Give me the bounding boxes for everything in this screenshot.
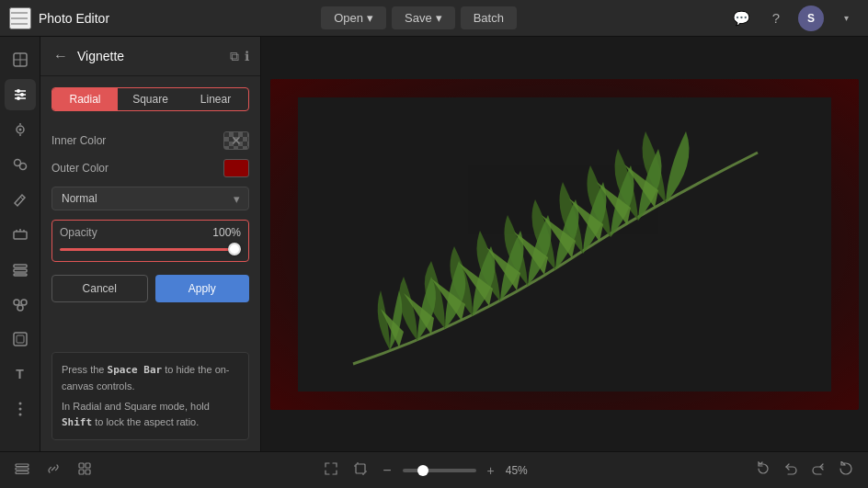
svg-point-14: [19, 164, 26, 170]
info-icon-button[interactable]: ℹ: [245, 49, 249, 64]
sidebar-item-adjust[interactable]: [5, 79, 36, 110]
svg-point-30: [18, 414, 21, 416]
zoom-out-button[interactable]: −: [379, 459, 394, 482]
zoom-percentage: 45%: [506, 464, 528, 477]
link-icon-button[interactable]: [42, 458, 64, 482]
layers-icon-button[interactable]: [11, 458, 33, 482]
tab-radial[interactable]: Radial: [52, 88, 118, 110]
zoom-thumb[interactable]: [417, 465, 428, 476]
app-title: Photo Editor: [39, 11, 109, 26]
opacity-label-row: Opacity 100%: [60, 226, 241, 239]
mode-tabs: Radial Square Linear: [51, 87, 249, 111]
inner-color-label: Inner Color: [51, 134, 106, 147]
outer-color-label: Outer Color: [51, 162, 108, 175]
canvas-area[interactable]: [261, 37, 868, 451]
copy-icon-button[interactable]: ⧉: [230, 49, 239, 64]
sidebar-item-misc[interactable]: [5, 393, 36, 425]
menu-line: [11, 12, 28, 14]
tooltip-box: Press the Space Bar to hide the on-canva…: [51, 352, 249, 440]
icon-sidebar: T: [0, 37, 40, 451]
shift-key: Shift: [62, 416, 92, 428]
save-button[interactable]: Save ▾: [392, 6, 455, 29]
outer-color-row: Outer Color: [51, 159, 249, 177]
opacity-label: Opacity: [60, 226, 97, 239]
tooltip-line2: In Radial and Square mode, hold Shift to…: [62, 399, 239, 430]
bottom-left-icons: [11, 458, 96, 482]
inner-color-swatch[interactable]: ✕: [223, 131, 249, 150]
sidebar-item-effects[interactable]: [5, 219, 36, 250]
tooltip-line1: Press the Space Bar to hide the on-canva…: [62, 362, 239, 393]
zoom-slider[interactable]: [403, 469, 476, 472]
reset-button[interactable]: [752, 458, 774, 482]
sidebar-item-frames[interactable]: [5, 323, 36, 355]
panel-header: ← Vignette ⧉ ℹ: [40, 37, 260, 76]
grid-icon-button[interactable]: [74, 458, 96, 482]
blend-mode-row: Normal Multiply Screen Overlay Darken Li…: [51, 187, 249, 210]
sidebar-item-view[interactable]: [5, 114, 36, 145]
panel-header-icons: ⧉ ℹ: [230, 49, 249, 64]
topbar-center: Open ▾ Save ▾ Batch: [117, 6, 721, 29]
menu-line: [11, 17, 28, 19]
svg-rect-37: [79, 470, 84, 474]
spacebar-key: Space Bar: [108, 364, 163, 376]
blend-mode-select-wrap: Normal Multiply Screen Overlay Darken Li…: [51, 187, 249, 210]
cancel-button[interactable]: Cancel: [51, 275, 148, 302]
canvas-image: [270, 79, 859, 410]
svg-rect-32: [16, 464, 29, 467]
svg-point-23: [14, 300, 19, 305]
blend-mode-select[interactable]: Normal Multiply Screen Overlay Darken Li…: [51, 187, 249, 210]
svg-point-7: [20, 93, 24, 96]
svg-point-24: [21, 300, 27, 305]
svg-rect-38: [86, 470, 90, 474]
fit-to-screen-button[interactable]: [320, 458, 342, 482]
topbar-left: Photo Editor: [9, 7, 109, 29]
inner-color-row: Inner Color ✕: [51, 131, 249, 150]
sidebar-item-layers[interactable]: [5, 254, 36, 285]
opacity-slider-track[interactable]: [60, 248, 241, 251]
svg-rect-39: [356, 464, 365, 473]
opacity-slider-thumb[interactable]: [228, 243, 241, 255]
sidebar-item-filter[interactable]: [5, 149, 36, 180]
outer-color-swatch[interactable]: [223, 159, 249, 177]
back-button[interactable]: ←: [51, 46, 70, 66]
crop-button[interactable]: [349, 458, 371, 482]
leaf-image: [298, 97, 831, 392]
menu-button[interactable]: [9, 7, 31, 29]
svg-point-6: [17, 89, 20, 93]
opacity-section: Opacity 100%: [51, 220, 249, 262]
redo-button[interactable]: [807, 458, 829, 482]
panel-content: Inner Color ✕ Outer Color Normal Multipl…: [40, 122, 260, 352]
open-button[interactable]: Open ▾: [321, 6, 386, 29]
svg-rect-26: [14, 333, 27, 346]
svg-point-29: [18, 408, 21, 411]
svg-rect-36: [86, 463, 90, 468]
svg-rect-16: [14, 232, 27, 239]
svg-line-15: [20, 197, 23, 199]
sidebar-item-paint[interactable]: [5, 184, 36, 215]
sidebar-item-objects[interactable]: [5, 289, 36, 320]
opacity-slider-wrap: [60, 243, 241, 255]
svg-rect-22: [14, 274, 27, 276]
topbar: Photo Editor Open ▾ Save ▾ Batch 💬 ? S ▾: [0, 0, 868, 37]
sidebar-item-text[interactable]: T: [5, 358, 36, 390]
transparent-icon: ✕: [231, 133, 242, 148]
tab-square[interactable]: Square: [118, 88, 183, 110]
avatar-chevron-icon[interactable]: ▾: [833, 6, 859, 31]
opacity-value: 100%: [212, 226, 241, 239]
svg-rect-35: [79, 463, 84, 468]
zoom-in-button[interactable]: +: [484, 460, 498, 482]
panel-title: Vignette: [77, 49, 223, 63]
avatar[interactable]: S: [798, 6, 824, 31]
batch-button[interactable]: Batch: [461, 6, 517, 29]
undo-button[interactable]: [780, 458, 802, 482]
help-icon-button[interactable]: ?: [763, 6, 789, 31]
sidebar-item-select[interactable]: [5, 44, 36, 75]
chat-icon-button[interactable]: 💬: [728, 6, 754, 31]
menu-line: [11, 23, 28, 25]
svg-point-25: [17, 305, 23, 311]
svg-rect-20: [14, 265, 27, 267]
history-button[interactable]: [835, 458, 857, 482]
svg-rect-34: [16, 471, 29, 474]
tab-linear[interactable]: Linear: [183, 88, 248, 110]
apply-button[interactable]: Apply: [155, 275, 250, 302]
